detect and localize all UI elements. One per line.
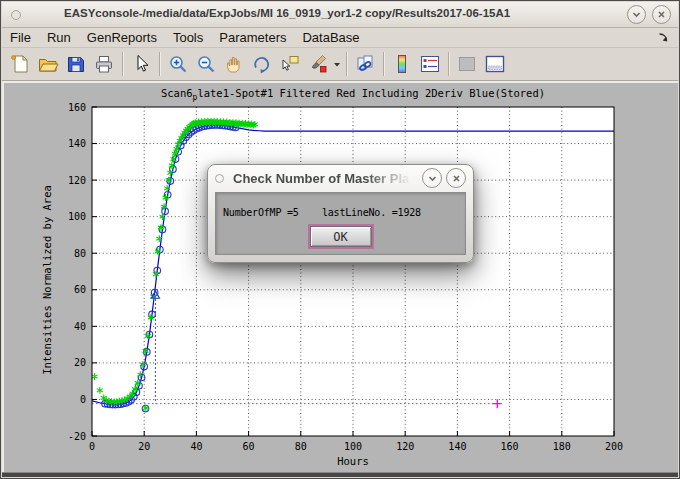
y-tick-label: 80 [74, 248, 86, 259]
brush-icon [307, 53, 329, 75]
dropdown-caret-icon [333, 53, 341, 75]
edit-plot-button[interactable] [127, 51, 155, 78]
hide-plot-tools-icon [456, 53, 478, 75]
colorbar-icon [391, 53, 413, 75]
legend-icon [419, 53, 441, 75]
insert-colorbar-button[interactable] [388, 51, 416, 78]
x-tick-label: 0 [89, 441, 95, 452]
printer-icon [93, 53, 115, 75]
dialog-titlebar: Check Number of Master Pla [208, 165, 473, 191]
y-tick-label: 140 [68, 138, 86, 149]
chevron-down-icon [631, 9, 642, 20]
x-tick-label: 80 [295, 441, 307, 452]
insert-legend-button[interactable] [416, 51, 444, 78]
x-tick-label: 160 [501, 441, 519, 452]
dialog-title: Check Number of Master Pla [233, 171, 418, 186]
menu-parameters[interactable]: Parameters [219, 30, 286, 45]
dialog-body: NumberOfMP =5 lastLineNo. =1928 OK [215, 192, 466, 255]
window-menu-icon[interactable] [11, 10, 21, 20]
close-icon [656, 9, 667, 20]
toolbar-separator [448, 52, 449, 76]
menu-file[interactable]: File [10, 30, 31, 45]
y-tick-label: 100 [68, 211, 86, 222]
chevron-down-icon [427, 173, 438, 184]
x-axis-label: Hours [92, 455, 614, 467]
close-icon [451, 173, 462, 184]
print-figure-button[interactable] [90, 51, 118, 78]
menu-database[interactable]: DataBase [302, 30, 359, 45]
ok-button[interactable]: OK [310, 226, 372, 247]
dialog-message: NumberOfMP =5 lastLineNo. =1928 [223, 207, 421, 218]
zoom-out-button[interactable] [192, 51, 220, 78]
pointer-arrow-icon [130, 53, 152, 75]
x-tick-label: 60 [243, 441, 255, 452]
y-tick-label: 120 [68, 175, 86, 186]
x-tick-label: 200 [605, 441, 623, 452]
dialog-close-button[interactable] [446, 168, 466, 188]
new-figure-button[interactable] [6, 51, 34, 78]
dock-window-icon [484, 53, 506, 75]
y-tick-label: -20 [68, 431, 86, 442]
y-tick-label: 160 [68, 102, 86, 113]
window-resize-edge[interactable] [2, 472, 678, 477]
x-tick-label: 40 [190, 441, 202, 452]
menubar: File Run GenReports Tools Parameters Dat… [2, 28, 678, 48]
toolbar [2, 48, 678, 81]
check-number-dialog: Check Number of Master Pla NumberOfMP =5… [207, 164, 474, 263]
y-tick-label: 0 [80, 394, 86, 405]
toolbar-separator [383, 52, 384, 76]
menu-genreports[interactable]: GenReports [87, 30, 157, 45]
brush-dropdown-button[interactable] [332, 51, 342, 78]
menubar-dock-button[interactable] [657, 31, 670, 44]
datatip-icon [279, 53, 301, 75]
open-folder-icon [37, 53, 59, 75]
zoom-in-button[interactable] [164, 51, 192, 78]
menu-tools[interactable]: Tools [173, 30, 203, 45]
x-tick-label: 100 [344, 441, 362, 452]
zoom-in-icon [167, 53, 189, 75]
zoom-out-icon [195, 53, 217, 75]
hide-plot-tools-button[interactable] [453, 51, 481, 78]
y-axis-label: Intensities Normalized by Area [41, 185, 53, 375]
chain-link-icon [354, 53, 376, 75]
save-floppy-icon [65, 53, 87, 75]
window-shade-button[interactable] [627, 5, 646, 24]
plot-area[interactable]: 020406080100120140160180200-200204060801… [2, 83, 680, 474]
toolbar-separator [346, 52, 347, 76]
toolbar-separator [159, 52, 160, 76]
window-titlebar: EASYconsole-/media/data/ExpJobs/MI 16_09… [2, 2, 678, 28]
x-tick-label: 180 [553, 441, 571, 452]
show-plot-tools-dock-button[interactable] [481, 51, 509, 78]
rotate-3d-button[interactable] [248, 51, 276, 78]
x-tick-label: 120 [396, 441, 414, 452]
y-tick-label: 40 [74, 321, 86, 332]
window-close-button[interactable] [652, 5, 671, 24]
window-title: EASYconsole-/media/data/ExpJobs/MI 16_09… [64, 7, 510, 19]
hand-pan-icon [223, 53, 245, 75]
dialog-shade-button[interactable] [422, 168, 442, 188]
data-cursor-button[interactable] [276, 51, 304, 78]
link-plots-button[interactable] [351, 51, 379, 78]
toolbar-separator [122, 52, 123, 76]
plot-background [92, 107, 614, 436]
y-tick-label: 20 [74, 357, 86, 368]
new-document-icon [9, 53, 31, 75]
x-tick-label: 140 [448, 441, 466, 452]
dock-figure-arrow-icon [657, 31, 670, 44]
dialog-menu-icon[interactable] [215, 174, 224, 183]
menu-run[interactable]: Run [47, 30, 71, 45]
figure-canvas: Scan6plate1-Spot#1 Filtered Red Includin… [2, 83, 678, 474]
y-tick-label: 60 [74, 284, 86, 295]
x-tick-label: 20 [138, 441, 150, 452]
app-window: EASYconsole-/media/data/ExpJobs/MI 16_09… [0, 0, 680, 479]
pan-button[interactable] [220, 51, 248, 78]
rotate-arrow-icon [251, 53, 273, 75]
save-figure-button[interactable] [62, 51, 90, 78]
open-file-button[interactable] [34, 51, 62, 78]
window-controls [621, 5, 671, 24]
brush-data-button[interactable] [304, 51, 332, 78]
